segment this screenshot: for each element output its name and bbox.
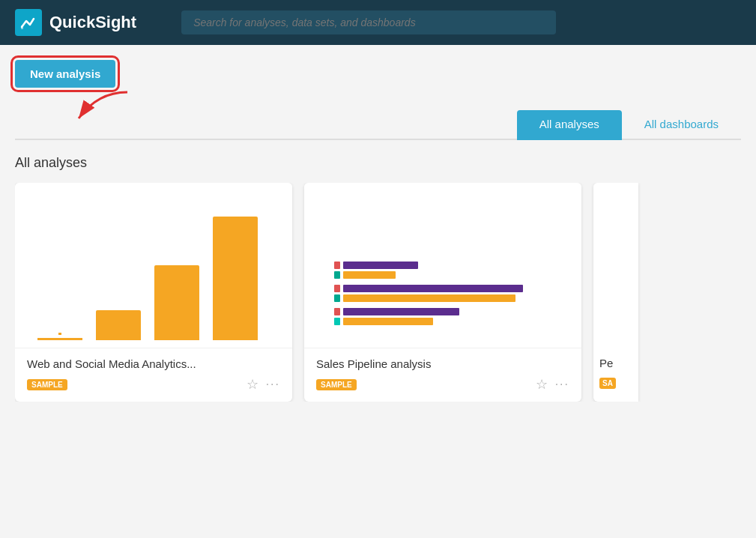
main-content: New analysis All analyses All dashboards… — [0, 45, 756, 538]
card-chart-2 — [304, 183, 581, 348]
hbar-group-1 — [334, 262, 551, 279]
hbar-row — [334, 294, 551, 302]
star-icon-2[interactable]: ☆ — [536, 376, 548, 393]
hbar-seg — [343, 294, 515, 302]
bar-1 — [96, 310, 141, 340]
bar-chart — [37, 198, 270, 340]
partial-badge: SA — [599, 378, 616, 389]
star-icon-1[interactable]: ☆ — [247, 376, 258, 393]
card-title-1: Web and Social Media Analytics... — [27, 357, 280, 370]
hbar-seg — [334, 308, 340, 315]
partial-title: Pe — [599, 357, 632, 369]
card-meta-1: SAMPLE ☆ ··· — [27, 376, 280, 393]
hbar-seg — [343, 262, 418, 269]
hbar-chart — [327, 247, 559, 340]
tab-all-analyses[interactable]: All analyses — [517, 110, 622, 140]
hbar-group-3 — [334, 308, 551, 325]
hbar-seg — [343, 308, 459, 315]
card-web-analytics[interactable]: Web and Social Media Analytics... SAMPLE… — [15, 183, 292, 402]
card-partial-footer: Pe SA — [593, 348, 638, 398]
bar-2 — [154, 265, 199, 340]
card-meta-2: SAMPLE ☆ ··· — [316, 376, 569, 393]
sample-badge-2: SAMPLE — [316, 379, 357, 390]
new-analysis-button[interactable]: New analysis — [15, 60, 115, 88]
hbar-group-2 — [334, 285, 551, 302]
logo-icon — [15, 9, 42, 36]
search-input[interactable] — [181, 10, 556, 34]
card-footer-2: Sales Pipeline analysis SAMPLE ☆ ··· — [304, 348, 581, 402]
sample-badge-1: SAMPLE — [27, 379, 67, 390]
svg-rect-0 — [21, 25, 23, 29]
card-sales-pipeline[interactable]: Sales Pipeline analysis SAMPLE ☆ ··· — [304, 183, 581, 402]
hbar-row — [334, 285, 551, 292]
hbar-seg — [334, 271, 340, 279]
more-icon-1[interactable]: ··· — [266, 378, 280, 391]
hbar-row — [334, 318, 551, 325]
hbar-seg — [343, 285, 523, 292]
header: QuickSight — [0, 0, 756, 45]
card-actions-2: ☆ ··· — [536, 376, 569, 393]
tab-all-dashboards[interactable]: All dashboards — [622, 110, 741, 140]
hbar-seg — [334, 318, 340, 325]
more-icon-2[interactable]: ··· — [555, 378, 569, 391]
card-footer-1: Web and Social Media Analytics... SAMPLE… — [15, 348, 292, 402]
bar-3 — [213, 217, 258, 340]
card-partial[interactable]: Pe SA — [593, 183, 638, 402]
hbar-seg — [343, 271, 396, 279]
hbar-seg — [334, 294, 340, 302]
hbar-row — [334, 271, 551, 279]
logo-text: QuickSight — [49, 13, 136, 32]
logo-area: QuickSight — [15, 9, 136, 36]
cards-grid: Web and Social Media Analytics... SAMPLE… — [15, 183, 741, 402]
button-area: New analysis — [15, 60, 115, 88]
section-heading: All analyses — [15, 155, 741, 171]
card-partial-chart — [593, 183, 638, 348]
hbar-seg — [334, 285, 340, 292]
hbar-seg — [343, 318, 433, 325]
tabs-area: All analyses All dashboards — [15, 110, 741, 140]
card-chart-1 — [15, 183, 292, 348]
hbar-row — [334, 308, 551, 315]
hbar-seg — [334, 262, 340, 269]
card-actions-1: ☆ ··· — [247, 376, 280, 393]
card-title-2: Sales Pipeline analysis — [316, 357, 569, 370]
hbar-row — [334, 262, 551, 269]
